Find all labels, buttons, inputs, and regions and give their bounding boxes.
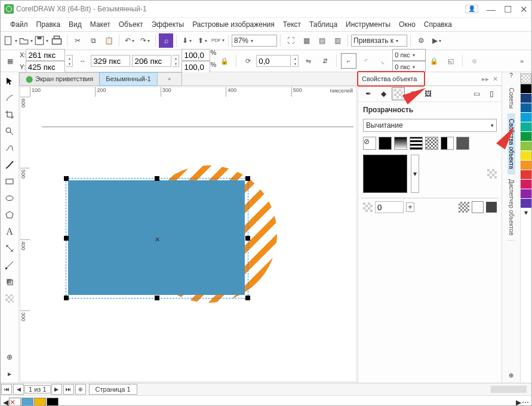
corner-x-combo[interactable]: 0 пкс (392, 49, 426, 61)
trans-two-color[interactable] (441, 137, 454, 150)
outline-tab-icon[interactable]: ✒ (362, 87, 375, 100)
corner-y-combo[interactable]: 0 пкс (392, 61, 426, 73)
menu-tools[interactable]: Инструменты (342, 19, 394, 30)
minimize-button[interactable]: — (487, 5, 496, 14)
connector-tool[interactable] (3, 259, 16, 272)
options-button[interactable]: ⚙ (414, 33, 428, 48)
menu-file[interactable]: Файл (7, 19, 32, 30)
relative-corner-button[interactable]: ◱ (444, 54, 458, 68)
tab-welcome[interactable]: ⬤Экран приветствия (19, 72, 100, 86)
target-all[interactable] (486, 202, 497, 213)
menu-edit[interactable]: Правка (33, 19, 64, 30)
zoom-combo[interactable]: 87% (232, 35, 277, 47)
mirror-h-button[interactable]: ⇋ (301, 54, 315, 68)
vtab-hints[interactable]: Советы (508, 83, 515, 114)
zoom-tool[interactable] (3, 125, 16, 138)
height-input[interactable] (132, 55, 171, 67)
copy-button[interactable]: ⧉ (86, 33, 100, 48)
artistic-media-tool[interactable] (3, 158, 16, 171)
target-fill[interactable] (459, 202, 469, 213)
parallel-dim-tool[interactable] (3, 242, 16, 255)
trans-bitmap[interactable] (425, 137, 438, 150)
tab-document[interactable]: Безымянный-1 (99, 72, 158, 86)
dock-layout-1[interactable]: ▭ (470, 87, 483, 100)
menu-window[interactable]: Окно (395, 19, 419, 30)
search-content-button[interactable]: ⌕ (159, 33, 173, 48)
menu-effects[interactable]: Эффекты (148, 19, 188, 30)
paste-button[interactable]: 📋 (102, 33, 116, 48)
show-grid-button[interactable]: ▤ (315, 33, 329, 48)
fill-tab-icon[interactable]: ◆ (377, 87, 390, 100)
palette-c1[interactable] (21, 398, 33, 406)
close-button[interactable]: ✕ (520, 5, 528, 14)
transparency-tab-icon[interactable] (392, 87, 405, 100)
launch-button[interactable]: ▶ (429, 33, 444, 48)
vtab-object-manager[interactable]: Диспетчер объектов (508, 174, 515, 241)
opacity-stepper[interactable]: + (406, 202, 414, 212)
page-next[interactable]: ▶ (51, 384, 62, 395)
width-input[interactable] (91, 55, 130, 67)
add-more-button[interactable]: ⊕ (467, 54, 481, 68)
menu-layout[interactable]: Макет (87, 19, 114, 30)
palette-next[interactable]: ▶ (516, 398, 521, 406)
publish-pdf-button[interactable]: PDF (211, 33, 225, 48)
menu-help[interactable]: Справка (420, 19, 456, 30)
y-input[interactable] (26, 61, 65, 73)
expand-toolbox[interactable]: ▸ (3, 367, 16, 380)
trans-none[interactable]: ⊘ (363, 137, 376, 150)
lock-corners[interactable]: 🔒 (427, 54, 441, 68)
maximize-button[interactable]: ☐ (504, 5, 512, 14)
snap-combo[interactable]: Привязать к (351, 35, 407, 47)
color-palette-vertical[interactable]: ▾ (520, 72, 531, 383)
fullscreen-button[interactable]: ⛶ (284, 33, 298, 48)
trans-uniform[interactable] (379, 137, 392, 150)
save-button[interactable] (34, 33, 48, 48)
trans-fountain[interactable] (394, 137, 407, 150)
dock-layout-2[interactable]: ▯ (485, 87, 498, 100)
tab-new[interactable]: + (157, 72, 182, 86)
corner-round-1[interactable]: ⌐ (341, 53, 356, 69)
palette-none[interactable]: ✕ (9, 398, 21, 406)
rectangle-tool[interactable] (3, 175, 16, 188)
trans-texture[interactable] (456, 137, 469, 150)
transparency-picker-drop[interactable]: ▾ (411, 155, 419, 193)
open-button[interactable] (19, 33, 33, 48)
redo-button[interactable]: ↷ (138, 33, 152, 48)
import-button[interactable]: ⬇ (180, 33, 194, 48)
print-button[interactable] (50, 33, 64, 48)
menu-view[interactable]: Вид (65, 19, 85, 30)
shape-tool[interactable] (3, 91, 16, 104)
palette-more[interactable]: ⋯ (522, 398, 529, 406)
undo-button[interactable]: ↶ (122, 33, 137, 48)
corner-round-2[interactable]: ◜ (359, 54, 373, 68)
ellipse-tool[interactable] (3, 192, 16, 205)
crop-tool[interactable] (3, 108, 16, 121)
menu-object[interactable]: Объект (115, 19, 147, 30)
page-first[interactable]: ⏮ (1, 384, 12, 395)
palette-prev[interactable]: ◀ (3, 398, 8, 406)
palette-c3[interactable] (47, 398, 59, 406)
page-prev[interactable]: ◀ (13, 384, 24, 395)
corner-round-3[interactable]: ◟ (376, 54, 390, 68)
polygon-tool[interactable] (3, 208, 16, 222)
cut-button[interactable]: ✂ (70, 33, 85, 48)
canvas[interactable]: 100200300400500 пикселей 600500400300 ✕ (20, 87, 357, 382)
lock-ratio-icon[interactable]: 🔒 (217, 54, 232, 68)
palette-c2[interactable] (34, 398, 46, 406)
angle-input[interactable] (256, 55, 291, 67)
page-tab-1[interactable]: Страница 1 (89, 384, 137, 395)
text-tool[interactable]: A (3, 225, 16, 238)
trans-vector[interactable] (410, 137, 423, 150)
scaley-input[interactable] (182, 61, 210, 73)
new-doc-button[interactable] (3, 33, 17, 48)
user-icon[interactable]: 👤 (465, 5, 478, 13)
page-last[interactable]: ⏭ (63, 384, 74, 395)
eyedropper-tool[interactable]: ⊕ (3, 350, 16, 364)
export-button[interactable]: ⬆ (195, 33, 210, 48)
overflow-button[interactable]: » (515, 54, 529, 68)
page-add[interactable]: ⊕ (75, 384, 86, 395)
drop-shadow-tool[interactable] (3, 275, 16, 288)
pick-tool[interactable] (3, 75, 16, 88)
scalex-input[interactable] (182, 49, 210, 61)
transparency-tool[interactable] (3, 292, 16, 305)
